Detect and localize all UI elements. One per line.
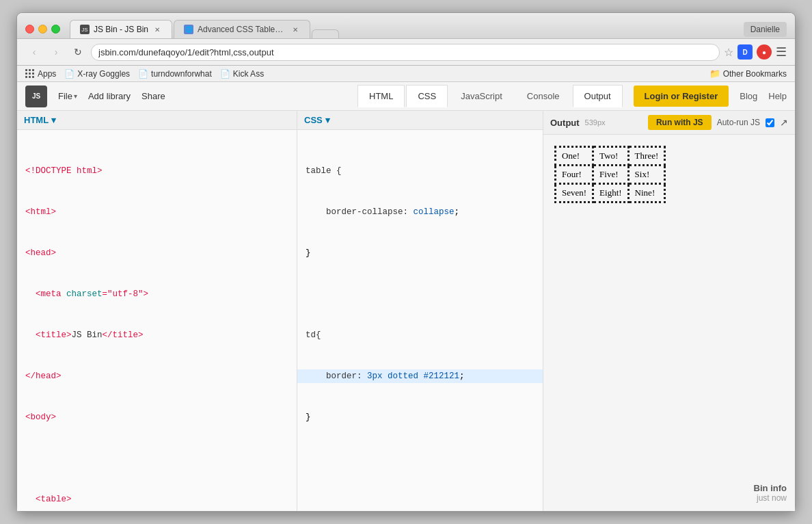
bookmark-xray[interactable]: 📄 X-ray Goggles — [64, 69, 130, 79]
page-icon-kickass: 📄 — [220, 69, 230, 79]
output-table: One! Two! Three! Four! Five! Six! Seven!… — [554, 146, 666, 203]
xray-label: X-ray Goggles — [77, 69, 130, 79]
css-lang-label: CSS — [304, 115, 323, 125]
login-register-button[interactable]: Login or Register — [634, 86, 729, 107]
output-content: One! Two! Three! Four! Five! Six! Seven!… — [543, 135, 795, 511]
bin-info-time: just now — [754, 493, 787, 503]
tab-favicon-css: 🌐 — [184, 25, 193, 34]
table-row: Four! Five! Six! — [556, 166, 665, 184]
run-with-js-button[interactable]: Run with JS — [648, 115, 712, 130]
panel-tabs: HTML CSS JavaScript Console Output — [357, 85, 623, 107]
html-lang-selector[interactable]: HTML ▾ — [24, 115, 56, 125]
bookmark-turndown[interactable]: 📄 turndownforwhat — [138, 69, 212, 79]
help-link[interactable]: Help — [768, 91, 787, 101]
bin-info-title: Bin info — [754, 483, 787, 493]
back-button[interactable]: ‹ — [25, 43, 43, 61]
bookmarks-bar: Apps 📄 X-ray Goggles 📄 turndownforwhat 📄… — [17, 66, 795, 82]
table-cell: Five! — [593, 166, 629, 184]
css-dropdown-arrow: ▾ — [325, 115, 330, 125]
reload-button[interactable]: ↻ — [69, 43, 87, 61]
page-icon-xray: 📄 — [64, 69, 75, 79]
other-bookmarks[interactable]: 📁 Other Bookmarks — [709, 68, 787, 79]
table-cell: Two! — [593, 147, 629, 166]
css-code-editor[interactable]: table { border-collapse: collapse; } td{… — [297, 130, 543, 511]
output-panel-header: Output 539px Run with JS Auto-run JS ↗ — [543, 111, 795, 135]
file-label: File — [58, 91, 72, 101]
css-lang-selector[interactable]: CSS ▾ — [304, 115, 330, 125]
table-cell: Eight! — [593, 184, 629, 202]
bookmark-star-icon[interactable]: ☆ — [724, 46, 733, 59]
page-icon-turndown: 📄 — [138, 69, 148, 79]
table-row: One! Two! Three! — [556, 147, 665, 166]
add-library-label: Add library — [88, 91, 131, 101]
file-dropdown-arrow: ▾ — [74, 92, 77, 100]
browser-tabs: JS JS Bin - JS Bin ✕ 🌐 Advanced CSS Tabl… — [70, 20, 738, 38]
output-panel: Output 539px Run with JS Auto-run JS ↗ O… — [543, 111, 795, 511]
file-menu[interactable]: File ▾ — [58, 91, 77, 101]
jsbin-logo: JS — [25, 86, 47, 107]
table-cell: Six! — [628, 166, 665, 184]
blog-link[interactable]: Blog — [740, 91, 757, 101]
folder-icon: 📁 — [709, 68, 720, 79]
table-cell: Seven! — [556, 184, 593, 202]
add-library-menu[interactable]: Add library — [88, 91, 131, 101]
extension-stop-icon[interactable]: ● — [757, 44, 772, 60]
apps-label: Apps — [38, 69, 56, 79]
close-window-button[interactable] — [25, 25, 34, 34]
table-cell: Four! — [556, 166, 593, 184]
user-badge: Danielle — [744, 22, 787, 37]
kickass-label: Kick Ass — [233, 69, 264, 79]
autorun-label: Auto-run JS — [717, 118, 760, 127]
browser-menu-icon[interactable]: ☰ — [776, 44, 787, 60]
html-lang-label: HTML — [24, 115, 49, 125]
table-cell: Nine! — [628, 184, 665, 202]
turndown-label: turndownforwhat — [151, 69, 212, 79]
address-input[interactable] — [91, 44, 720, 61]
apps-grid-icon — [25, 69, 35, 79]
output-size: 539px — [585, 118, 606, 127]
tab-label-css: Advanced CSS Tables – U... — [198, 25, 286, 34]
table-row: Seven! Eight! Nine! — [556, 184, 665, 202]
bin-info[interactable]: Bin info just now — [754, 483, 787, 503]
css-panel: CSS ▾ table { border-collapse: collapse;… — [297, 111, 543, 511]
tab-close-jsbin[interactable]: ✕ — [152, 25, 162, 34]
tab-javascript[interactable]: JavaScript — [449, 85, 514, 107]
forward-button[interactable]: › — [47, 43, 65, 61]
minimize-window-button[interactable] — [38, 25, 47, 34]
html-code-editor[interactable]: <!DOCTYPE html> <html> <head> <meta char… — [17, 130, 297, 511]
css-panel-header: CSS ▾ — [297, 111, 543, 130]
maximize-window-button[interactable] — [51, 25, 60, 34]
html-dropdown-arrow: ▾ — [51, 115, 56, 125]
tab-close-css[interactable]: ✕ — [290, 25, 300, 34]
html-panel-header: HTML ▾ — [17, 111, 297, 130]
table-cell: One! — [556, 147, 593, 166]
output-label: Output — [550, 118, 580, 128]
bookmark-apps[interactable]: Apps — [25, 69, 56, 79]
tab-css[interactable]: CSS — [406, 85, 448, 107]
autorun-checkbox[interactable] — [766, 118, 774, 127]
other-bookmarks-label: Other Bookmarks — [723, 69, 787, 79]
tab-advanced-css[interactable]: 🌐 Advanced CSS Tables – U... ✕ — [174, 20, 310, 38]
tab-output[interactable]: Output — [573, 85, 623, 107]
tab-empty[interactable] — [312, 29, 339, 38]
bookmark-kickass[interactable]: 📄 Kick Ass — [220, 69, 264, 79]
tab-jsbin[interactable]: JS JS Bin - JS Bin ✕ — [70, 20, 172, 38]
extension-d-icon[interactable]: D — [737, 44, 753, 60]
html-panel: HTML ▾ <!DOCTYPE html> <html> <head> <me… — [17, 111, 297, 511]
tab-favicon-jsbin: JS — [80, 25, 90, 34]
share-menu[interactable]: Share — [141, 91, 165, 101]
tab-html[interactable]: HTML — [357, 85, 405, 107]
tab-label-jsbin: JS Bin - JS Bin — [94, 25, 148, 34]
table-cell: Three! — [628, 147, 665, 166]
tab-console[interactable]: Console — [515, 85, 571, 107]
expand-output-icon[interactable]: ↗ — [780, 117, 788, 128]
share-label: Share — [141, 91, 165, 101]
